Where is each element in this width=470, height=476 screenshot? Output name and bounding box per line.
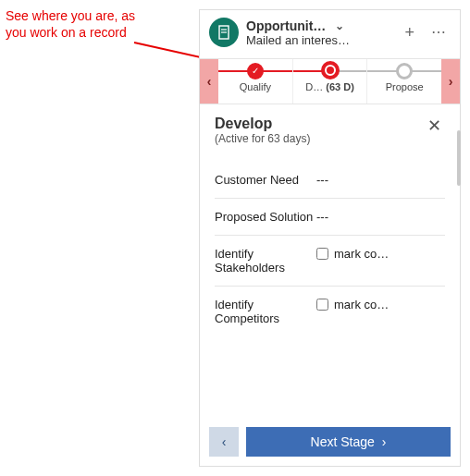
stage-field: Identify Competitorsmark co…: [215, 287, 445, 336]
stage-detail-subtitle: (Active for 63 days): [215, 132, 310, 145]
stage-next-button[interactable]: ›: [441, 59, 460, 104]
stage-detail-panel: Develop (Active for 63 days) ✕ Customer …: [200, 104, 460, 421]
record-subtitle: Mailed an interes…: [246, 33, 395, 47]
stage-item[interactable]: Propose: [367, 59, 441, 104]
stage-node-icon: ✓: [247, 63, 264, 79]
field-label: Identify Competitors: [215, 298, 316, 325]
field-label: Identify Stakeholders: [215, 247, 316, 275]
prev-stage-button[interactable]: ‹: [209, 427, 239, 457]
annotation-line2: you work on a record: [6, 25, 127, 40]
stage-node-icon: [396, 63, 413, 79]
field-value[interactable]: mark co…: [316, 298, 445, 311]
chevron-right-icon: ›: [382, 434, 387, 449]
field-value[interactable]: ---: [316, 173, 445, 187]
stage-footer: ‹ Next Stage ›: [200, 421, 460, 466]
stage-item[interactable]: D… (63 D): [293, 59, 368, 104]
entity-icon: [209, 18, 239, 47]
next-stage-label: Next Stage: [311, 434, 375, 449]
scrollbar-thumb[interactable]: [457, 130, 461, 186]
stage-label: D… (63 D): [293, 81, 367, 92]
record-header: Opportunit… ⌄ Mailed an interes… + ⋯: [200, 10, 460, 58]
field-text-value: ---: [316, 210, 328, 224]
stage-prev-button[interactable]: ‹: [200, 59, 218, 104]
stage-detail-title: Develop: [215, 116, 310, 132]
close-icon[interactable]: ✕: [424, 116, 445, 136]
process-stage-bar: ‹ ✓QualifyD… (63 D)Propose ›: [200, 58, 460, 104]
add-button[interactable]: +: [401, 20, 418, 44]
stage-field: Customer Need---: [215, 162, 445, 199]
checkbox-label: mark co…: [334, 298, 389, 311]
callout-annotation: See where you are, as you work on a reco…: [6, 7, 191, 41]
stage-field: Proposed Solution---: [215, 199, 445, 236]
field-label: Customer Need: [215, 173, 316, 187]
record-title: Opportunit…: [246, 18, 326, 33]
mark-complete-checkbox[interactable]: [316, 299, 328, 311]
stage-item[interactable]: ✓Qualify: [218, 59, 293, 104]
field-value[interactable]: ---: [316, 210, 445, 224]
annotation-line1: See where you are, as: [6, 8, 135, 23]
stage-label: Propose: [367, 81, 441, 92]
stage-label: Qualify: [218, 81, 292, 92]
field-value[interactable]: mark co…: [316, 247, 445, 261]
mark-complete-checkbox[interactable]: [316, 248, 328, 260]
chevron-down-icon[interactable]: ⌄: [335, 19, 344, 32]
stage-field: Identify Stakeholdersmark co…: [215, 236, 445, 287]
record-panel: Opportunit… ⌄ Mailed an interes… + ⋯ ‹ ✓…: [199, 9, 461, 467]
stage-node-icon: [321, 61, 340, 79]
field-text-value: ---: [316, 173, 328, 187]
next-stage-button[interactable]: Next Stage ›: [246, 427, 451, 457]
more-button[interactable]: ⋯: [427, 21, 451, 43]
field-label: Proposed Solution: [215, 210, 316, 224]
checkbox-label: mark co…: [334, 247, 389, 261]
